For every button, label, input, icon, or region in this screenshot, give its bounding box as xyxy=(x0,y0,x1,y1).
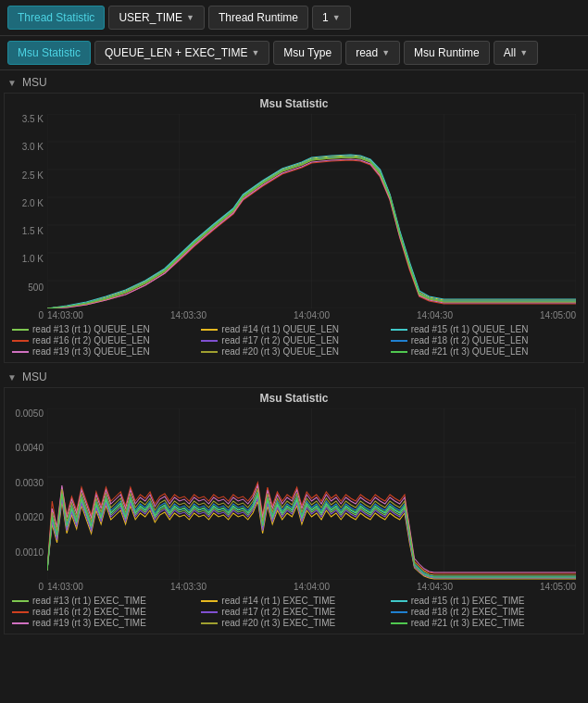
chart1-container: Msu Statistic 3.5 K 3.0 K 2.5 K 2.0 K 1.… xyxy=(4,93,584,363)
thread-num-button[interactable]: 1 ▼ xyxy=(312,6,351,30)
legend-color-13 xyxy=(12,329,29,331)
chart2-area: 0.0050 0.0040 0.0030 0.0020 0.0010 0 xyxy=(12,408,576,592)
legend-color-15b xyxy=(391,600,407,602)
msu-runtime-button[interactable]: Msu Runtime xyxy=(404,41,490,65)
section2-label: MSU xyxy=(22,370,47,383)
legend-color-14 xyxy=(201,329,218,331)
legend-color-20 xyxy=(201,351,218,353)
legend-color-20b xyxy=(201,622,218,624)
legend-item: read #19 (rt 3) EXEC_TIME xyxy=(12,618,197,628)
legend-color-18b xyxy=(391,611,407,613)
legend-item: read #16 (rt 2) EXEC_TIME xyxy=(12,607,197,617)
chart2-svg xyxy=(47,408,576,580)
legend-item: read #21 (rt 3) QUEUE_LEN xyxy=(391,346,576,357)
section2-chevron[interactable]: ▼ xyxy=(7,372,17,383)
legend-color-21b xyxy=(391,622,407,624)
legend-color-16b xyxy=(12,611,29,613)
toolbar2: Msu Statistic QUEUE_LEN + EXEC_TIME ▼ Ms… xyxy=(0,36,588,70)
legend-item: read #18 (rt 2) EXEC_TIME xyxy=(391,607,576,617)
all-button[interactable]: All ▼ xyxy=(494,41,538,65)
legend-color-17b xyxy=(201,611,218,613)
thread-runtime-button[interactable]: Thread Runtime xyxy=(208,6,308,30)
legend-color-17 xyxy=(201,340,218,342)
dropdown-caret3: ▼ xyxy=(251,48,259,57)
legend-item: read #14 (rt 1) EXEC_TIME xyxy=(201,596,386,606)
chart1-legend: read #13 (rt 1) QUEUE_LEN read #14 (rt 1… xyxy=(12,320,576,358)
chart2-title: Msu Statistic xyxy=(12,392,576,405)
legend-item: read #17 (rt 2) EXEC_TIME xyxy=(201,607,386,617)
chart1-title: Msu Statistic xyxy=(12,97,576,110)
legend-color-15 xyxy=(391,329,407,331)
dropdown-caret: ▼ xyxy=(186,13,194,22)
thread-statistic-button[interactable]: Thread Statistic xyxy=(7,6,105,30)
legend-item: read #15 (rt 1) EXEC_TIME xyxy=(391,596,576,606)
user-time-button[interactable]: USER_TIME ▼ xyxy=(108,6,205,30)
dropdown-caret2: ▼ xyxy=(332,13,341,22)
legend-item: read #21 (rt 3) EXEC_TIME xyxy=(391,618,576,628)
legend-color-21 xyxy=(391,351,407,353)
msu-statistic-button[interactable]: Msu Statistic xyxy=(7,41,91,65)
legend-item: read #19 (rt 3) QUEUE_LEN xyxy=(12,346,197,357)
dropdown-caret5: ▼ xyxy=(519,48,528,57)
legend-color-18 xyxy=(391,340,407,342)
chart1-svg xyxy=(47,114,576,308)
section1-header: ▼ MSU xyxy=(0,70,588,93)
chart2-container: Msu Statistic 0.0050 0.0040 0.0030 0.002… xyxy=(4,387,584,634)
legend-item: read #16 (rt 2) QUEUE_LEN xyxy=(12,335,197,345)
legend-color-19 xyxy=(12,351,29,353)
legend-color-14b xyxy=(201,600,218,602)
queue-len-exec-time-button[interactable]: QUEUE_LEN + EXEC_TIME ▼ xyxy=(94,41,269,65)
legend-color-13b xyxy=(12,600,29,602)
toolbar1: Thread Statistic USER_TIME ▼ Thread Runt… xyxy=(0,0,588,36)
chart1-main: 14:03:00 14:03:30 14:04:00 14:04:30 14:0… xyxy=(47,114,576,320)
legend-item: read #13 (rt 1) EXEC_TIME xyxy=(12,596,197,606)
legend-item: read #14 (rt 1) QUEUE_LEN xyxy=(201,324,386,334)
msu-type-button[interactable]: Msu Type xyxy=(273,41,342,65)
section2-header: ▼ MSU xyxy=(0,365,588,387)
legend-item: read #20 (rt 3) EXEC_TIME xyxy=(201,618,386,628)
legend-item: read #13 (rt 1) QUEUE_LEN xyxy=(12,324,197,334)
legend-color-19b xyxy=(12,622,29,624)
legend-item: read #20 (rt 3) QUEUE_LEN xyxy=(201,346,386,357)
chart1-x-axis: 14:03:00 14:03:30 14:04:00 14:04:30 14:0… xyxy=(47,310,576,320)
chart2-x-axis: 14:03:00 14:03:30 14:04:00 14:04:30 14:0… xyxy=(47,582,576,592)
legend-color-16 xyxy=(12,340,29,342)
chart1-y-axis: 3.5 K 3.0 K 2.5 K 2.0 K 1.5 K 1.0 K 500 … xyxy=(12,114,47,320)
read-button[interactable]: read ▼ xyxy=(345,41,400,65)
legend-item: read #17 (rt 2) QUEUE_LEN xyxy=(201,335,386,345)
chart2-main: 14:03:00 14:03:30 14:04:00 14:04:30 14:0… xyxy=(47,408,576,592)
chart2-legend: read #13 (rt 1) EXEC_TIME read #14 (rt 1… xyxy=(12,592,576,630)
section1-label: MSU xyxy=(22,76,47,89)
chart1-area: 3.5 K 3.0 K 2.5 K 2.0 K 1.5 K 1.0 K 500 … xyxy=(12,114,576,320)
legend-item: read #18 (rt 2) QUEUE_LEN xyxy=(391,335,576,345)
legend-item: read #15 (rt 1) QUEUE_LEN xyxy=(391,324,576,334)
dropdown-caret4: ▼ xyxy=(382,48,390,57)
chart2-y-axis: 0.0050 0.0040 0.0030 0.0020 0.0010 0 xyxy=(12,408,47,592)
section1-chevron[interactable]: ▼ xyxy=(7,78,17,88)
